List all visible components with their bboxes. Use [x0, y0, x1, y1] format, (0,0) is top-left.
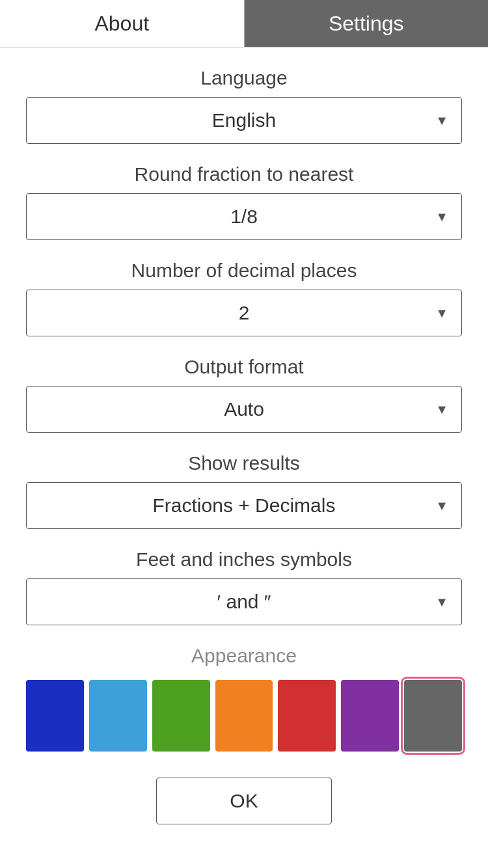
decimal-places-value: 2 [239, 302, 250, 324]
show-results-label: Show results [26, 452, 462, 474]
feet-inches-value: ′ and ″ [217, 591, 271, 613]
language-arrow-icon: ▼ [435, 113, 448, 128]
feet-inches-group: Feet and inches symbols ′ and ″ ▼ [26, 549, 462, 625]
color-swatch-orange[interactable] [215, 680, 273, 752]
tab-settings[interactable]: Settings [245, 0, 489, 47]
decimal-places-label: Number of decimal places [26, 260, 462, 282]
round-fraction-label: Round fraction to nearest [26, 163, 462, 185]
output-format-arrow-icon: ▼ [435, 402, 448, 417]
color-swatches [26, 680, 462, 752]
appearance-group: Appearance [26, 645, 462, 752]
language-label: Language [26, 67, 462, 89]
feet-inches-arrow-icon: ▼ [435, 595, 448, 610]
output-format-group: Output format Auto ▼ [26, 356, 462, 433]
decimal-places-dropdown[interactable]: 2 ▼ [26, 290, 462, 336]
language-dropdown[interactable]: English ▼ [26, 97, 462, 144]
output-format-label: Output format [26, 356, 462, 378]
settings-content: Language English ▼ Round fraction to nea… [0, 47, 488, 850]
color-swatch-red[interactable] [278, 680, 336, 752]
show-results-dropdown[interactable]: Fractions + Decimals ▼ [26, 482, 462, 529]
ok-button[interactable]: OK [156, 778, 332, 824]
round-fraction-value: 1/8 [230, 206, 258, 228]
appearance-label: Appearance [26, 645, 462, 667]
color-swatch-purple[interactable] [341, 680, 399, 752]
tab-about[interactable]: About [0, 0, 245, 47]
feet-inches-dropdown[interactable]: ′ and ″ ▼ [26, 578, 462, 625]
decimal-places-group: Number of decimal places 2 ▼ [26, 260, 462, 336]
round-fraction-arrow-icon: ▼ [435, 210, 448, 224]
decimal-places-arrow-icon: ▼ [435, 306, 448, 321]
show-results-group: Show results Fractions + Decimals ▼ [26, 452, 462, 529]
tab-about-label: About [94, 12, 149, 36]
output-format-dropdown[interactable]: Auto ▼ [26, 386, 462, 433]
round-fraction-dropdown[interactable]: 1/8 ▼ [26, 193, 462, 240]
color-swatch-light-blue[interactable] [89, 680, 147, 752]
language-group: Language English ▼ [26, 67, 462, 144]
ok-button-label: OK [230, 790, 258, 812]
tab-settings-label: Settings [329, 12, 404, 36]
show-results-value: Fractions + Decimals [153, 495, 336, 517]
color-swatch-blue[interactable] [26, 680, 84, 752]
ok-button-wrapper: OK [26, 778, 462, 824]
language-value: English [212, 109, 276, 131]
tab-bar: About Settings [0, 0, 488, 47]
color-swatch-gray[interactable] [404, 680, 462, 752]
color-swatch-green[interactable] [152, 680, 210, 752]
round-fraction-group: Round fraction to nearest 1/8 ▼ [26, 163, 462, 240]
output-format-value: Auto [224, 398, 264, 420]
feet-inches-label: Feet and inches symbols [26, 549, 462, 571]
show-results-arrow-icon: ▼ [435, 498, 448, 513]
